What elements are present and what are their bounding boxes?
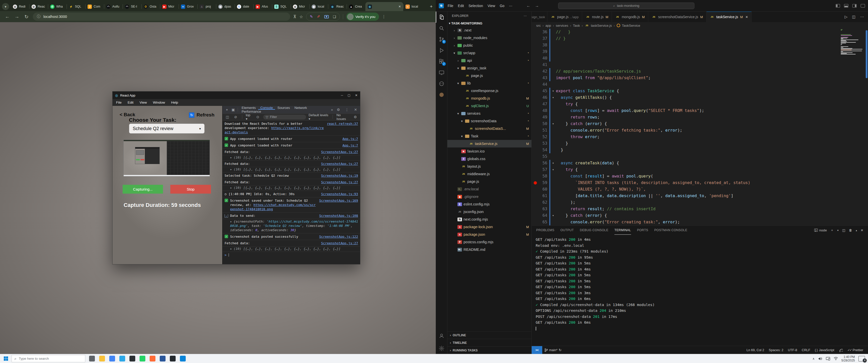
run-file-icon[interactable]: ▷ (844, 14, 847, 19)
panel-tab-terminal[interactable]: TERMINAL (614, 226, 631, 235)
taskbar-app-whatsapp[interactable] (137, 356, 147, 362)
devtools-close-icon[interactable]: ✕ (352, 108, 359, 112)
tree-item[interactable]: ▾lib• (447, 79, 531, 87)
source-control-icon[interactable]: 8 (436, 34, 447, 45)
console-sidebar-icon[interactable]: ◫ (224, 115, 230, 119)
devtools-settings-icon[interactable]: ⚙ (335, 108, 341, 112)
tree-item[interactable]: ›public (447, 42, 531, 49)
tree-item[interactable]: ▾screenshotData• (447, 117, 531, 125)
minimize-icon[interactable]: ─ (341, 94, 343, 97)
screen-record-icon[interactable] (324, 15, 329, 19)
vscode-menu-item[interactable]: View (485, 4, 497, 8)
status-item[interactable]: { }JavaScript (812, 348, 836, 352)
browser-tab[interactable]: ▶Micr (160, 2, 179, 11)
tree-item[interactable]: JStaskService.jsM (447, 140, 531, 147)
toggle-secondary-sidebar-icon[interactable] (852, 4, 857, 7)
browser-tab[interactable]: Gdate (235, 2, 253, 11)
browser-tab[interactable]: ◎Reac (328, 2, 347, 11)
verify-profile-button[interactable]: Verify it's you (346, 12, 379, 21)
reload-icon[interactable]: ↻ (23, 14, 30, 20)
panel-tab-problems[interactable]: PROBLEMS (536, 226, 554, 235)
more-tabs-icon[interactable]: » (329, 108, 335, 112)
nav-back-icon[interactable]: ← (526, 3, 530, 8)
console-link[interactable]: https://chat.mcqstudy.com/ss/screenshot-… (230, 203, 316, 211)
browser-tab[interactable]: ⚡SQL (67, 2, 85, 11)
browser-tab[interactable]: ◎✕ (365, 2, 403, 11)
editor-tab[interactable]: JSpage.js ...\app (547, 11, 582, 22)
console-source-link[interactable]: ScreenshotApp.js:27 (321, 180, 358, 184)
tree-item[interactable]: ▾src\app• (447, 49, 531, 57)
console-link[interactable]: https://reactjs.org/link/react-devtools (224, 126, 324, 134)
extensions-puzzle-icon[interactable]: ❑ (333, 14, 336, 19)
tree-item[interactable]: JSjsconfig.json (447, 208, 531, 216)
console-source-link[interactable]: ScreenshotApp.js:93 (321, 192, 358, 196)
account-icon[interactable] (436, 330, 447, 341)
nav-forward-icon[interactable]: → (535, 3, 539, 8)
capturing-button[interactable]: Capturing... (123, 185, 163, 194)
array-preview[interactable]: ▸(10) [{…}, {…}, {…}, {…}, {…}, {…}, {…}… (222, 167, 360, 172)
taskbar-app-vscode[interactable] (117, 356, 127, 362)
task-select[interactable]: Schedule Q2 review ▾ (129, 124, 205, 134)
pen-icon[interactable]: ✎ (310, 14, 313, 19)
app-menu-item[interactable]: File (116, 101, 122, 104)
tree-item[interactable]: JSlayout.js (447, 163, 531, 170)
panel-tab-output[interactable]: OUTPUT (560, 226, 574, 235)
inspect-element-icon[interactable]: ⌖ (224, 108, 230, 112)
tree-item[interactable]: JSsqlClient.jsU (447, 102, 531, 110)
run-debug-icon[interactable] (436, 45, 447, 56)
search-icon[interactable] (436, 23, 447, 34)
browser-menu-icon[interactable]: ⋮ (382, 14, 386, 19)
tree-item[interactable]: JSpage.js (447, 72, 531, 79)
status-item[interactable]: Spaces: 2 (767, 348, 786, 352)
kill-terminal-icon[interactable]: 🗑 (849, 228, 852, 232)
panel-tab-ports[interactable]: PORTS (637, 226, 648, 235)
vscode-title-bar[interactable]: ⧉ FileEditSelectionViewGo⋯ ← → ⌕ task-mo… (436, 0, 868, 11)
issues-label[interactable]: No Issues (336, 113, 350, 121)
vscode-menu-item[interactable]: Selection (466, 4, 486, 8)
breadcrumb-item[interactable]: services (556, 24, 568, 28)
editor-tab[interactable]: JSscreenshotDataService.jsM (648, 11, 707, 22)
browser-tab[interactable]: ◠Asifu (104, 2, 123, 11)
devtools-tab-network[interactable]: Network (292, 106, 309, 110)
close-panel-icon[interactable]: ✕ (861, 228, 864, 232)
site-info-icon[interactable]: ⓘ (37, 14, 40, 19)
new-terminal-icon[interactable]: ＋ (830, 228, 834, 232)
taskbar-app-file-explorer[interactable] (97, 356, 107, 362)
code-editor[interactable]: 36// }37// }3839404142// app/services/Ta… (532, 29, 868, 225)
console-source-link[interactable]: ScreenshotApp.js:169 (319, 198, 358, 203)
console-prompt[interactable]: > (222, 252, 360, 258)
breadcrumb-item[interactable]: taskService.js (591, 24, 612, 28)
forward-icon[interactable]: → (13, 14, 20, 20)
browser-tab[interactable]: ✆Wha (48, 2, 67, 11)
profile-icon[interactable] (436, 89, 447, 100)
start-button[interactable] (0, 354, 11, 363)
back-icon[interactable]: ← (4, 14, 10, 20)
taskbar-clock[interactable]: 1:40 PM 5/28/2025 (841, 355, 855, 362)
editor-tab[interactable]: JSmongodb.jsM (612, 11, 648, 22)
speaker-icon[interactable] (818, 357, 822, 361)
tab-search-button[interactable]: ▾ (2, 3, 9, 10)
split-terminal-icon[interactable]: ◫ (842, 228, 845, 232)
tree-item[interactable]: JScoreResponse.js (447, 87, 531, 95)
console-source-link[interactable]: ScreenshotApp.js:27 (321, 150, 358, 154)
browser-tab[interactable]: ◍dpas (216, 2, 235, 11)
console-log-area[interactable]: Download the React DevTools for a better… (222, 121, 360, 264)
tree-item[interactable]: ›api• (447, 57, 531, 64)
copilot-icon[interactable] (436, 78, 447, 89)
vscode-menu-item[interactable]: Edit (456, 4, 466, 8)
filter-input[interactable] (270, 115, 298, 119)
terminal-output[interactable]: GET /api/tasks 200 in 4ms Reload env: .e… (532, 235, 868, 346)
console-source-link[interactable]: ScreenshotApp.js:19 (321, 173, 358, 178)
wifi-icon[interactable] (834, 357, 838, 360)
console-settings-icon[interactable]: ⚙ (352, 115, 358, 119)
console-source-link[interactable]: ScreenshotApp.js:27 (321, 162, 358, 166)
app-title-bar[interactable]: ◎ React App ─ ▢ ✕ (113, 92, 360, 99)
address-bar[interactable]: ⓘ localhost:3000 (33, 12, 290, 21)
panel-tab-postman-console[interactable]: POSTMAN CONSOLE (654, 226, 687, 235)
vscode-menu-item[interactable]: ⋯ (507, 4, 515, 8)
vscode-menu-item[interactable]: File (445, 4, 456, 8)
status-item[interactable]: ✓✓Prettier (845, 348, 866, 352)
taskbar-app-task-view[interactable] (87, 356, 97, 362)
editor-tab[interactable]: JStaskService.jsM✕ (707, 11, 752, 22)
maximize-icon[interactable]: ▢ (348, 94, 350, 97)
